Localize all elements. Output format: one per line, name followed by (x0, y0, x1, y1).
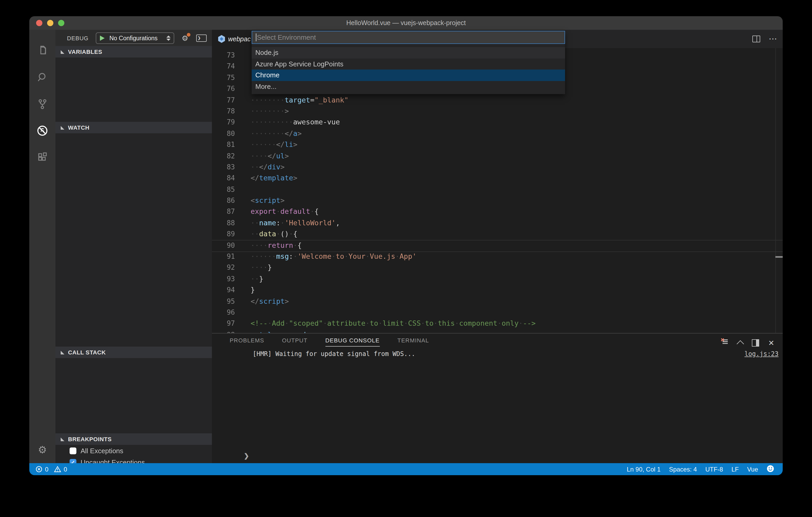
code-line[interactable]: 80········</a> (212, 128, 783, 139)
debug-icon[interactable] (29, 117, 55, 144)
source-control-icon[interactable] (29, 90, 55, 117)
panel-tab-terminal[interactable]: TERMINAL (397, 337, 429, 346)
problems-status[interactable]: 0 0 (36, 465, 67, 473)
line-number[interactable]: 93 (212, 273, 235, 285)
checkbox-unchecked-icon[interactable] (69, 447, 77, 454)
code-line[interactable]: 86<script> (212, 195, 783, 206)
line-number[interactable]: 73 (212, 50, 235, 61)
code-line[interactable]: 79··········awesome-vue (212, 117, 783, 128)
code-line[interactable]: 85 (212, 184, 783, 195)
code-line[interactable]: 94} (212, 284, 783, 296)
line-number[interactable]: 85 (212, 184, 235, 195)
feedback-smiley-icon[interactable] (766, 464, 774, 474)
split-panel-icon[interactable] (752, 339, 759, 346)
code-line[interactable]: 83··</div> (212, 161, 783, 173)
quickpick-item-azure-app-service-logpoints[interactable]: Azure App Service LogPoints (252, 58, 565, 69)
sidebar-section-breakpoints[interactable]: BREAKPOINTS (55, 433, 212, 445)
minimize-window-icon[interactable] (47, 20, 53, 26)
line-number[interactable]: 82 (212, 150, 235, 161)
code-line[interactable]: 93··} (212, 273, 783, 285)
toggle-debug-console-icon[interactable]: ❯ (196, 34, 206, 41)
code-line[interactable]: 97<!--·Add·"scoped"·attribute·to·limit·C… (212, 318, 783, 329)
split-editor-icon[interactable] (752, 35, 760, 42)
panel-tab-output[interactable]: OUTPUT (282, 337, 308, 346)
debug-console-output: [HMR] Waiting for update signal from WDS… (253, 350, 415, 358)
line-number[interactable]: 95 (212, 296, 235, 307)
code-line[interactable]: 88··name:·'HelloWorld', (212, 217, 783, 229)
code-line[interactable]: 92····} (212, 262, 783, 273)
line-number[interactable]: 88 (212, 217, 235, 229)
line-number[interactable]: 87 (212, 206, 235, 217)
extensions-icon[interactable] (29, 144, 55, 171)
debug-configuration-dropdown[interactable]: No Configurations (96, 32, 174, 44)
sidebar-section-watch[interactable]: WATCH (55, 122, 212, 133)
editor-tab-label: webpac (228, 35, 251, 42)
code-line[interactable]: 91······msg:·'Welcome·to·Your·Vue.js·App… (212, 251, 783, 262)
close-window-icon[interactable] (36, 20, 42, 26)
console-source-link[interactable]: log.js:23 (745, 350, 779, 358)
more-actions-icon[interactable]: ··· (769, 36, 778, 41)
start-debugging-icon[interactable] (100, 35, 105, 40)
line-number[interactable]: 74 (212, 61, 235, 72)
line-number[interactable]: 91 (212, 251, 235, 262)
quickpick-item-chrome[interactable]: Chrome (252, 69, 565, 81)
code-line[interactable]: 95</script> (212, 296, 783, 307)
breakpoint-row[interactable]: ✓Uncaught Exceptions (55, 456, 212, 463)
line-number[interactable]: 84 (212, 173, 235, 184)
configure-gear-icon[interactable]: ⚙ (181, 34, 188, 41)
status-bar-right: Ln 90, Col 1Spaces: 4UTF-8LFVue (627, 464, 774, 474)
title-bar[interactable]: HelloWorld.vue — vuejs-webpack-project (29, 16, 783, 30)
clear-console-icon[interactable] (721, 338, 729, 347)
search-icon[interactable] (29, 64, 55, 90)
maximize-panel-icon[interactable] (737, 340, 744, 347)
line-number[interactable]: 76 (212, 83, 235, 94)
code-line[interactable]: 89··data·()·{ (212, 229, 783, 240)
line-number[interactable]: 77 (212, 94, 235, 105)
sidebar-section-call-stack[interactable]: CALL STACK (55, 346, 212, 358)
panel-tab-debug-console[interactable]: DEBUG CONSOLE (325, 337, 380, 346)
console-input-prompt[interactable]: ❯ (244, 452, 249, 459)
line-number[interactable]: 83 (212, 161, 235, 173)
breakpoint-row[interactable]: All Exceptions (55, 445, 212, 456)
code-line[interactable]: 87export·default·{ (212, 206, 783, 217)
line-number[interactable]: 96 (212, 307, 235, 318)
code-line[interactable]: 77········target="_blank" (212, 94, 783, 105)
line-number[interactable]: 89 (212, 229, 235, 240)
warning-icon (54, 466, 61, 473)
quickpick-item-node-js[interactable]: Node.js (252, 47, 565, 58)
files-icon[interactable] (29, 37, 55, 64)
zoom-window-icon[interactable] (58, 20, 64, 26)
panel-tab-problems[interactable]: PROBLEMS (230, 337, 264, 346)
status-item[interactable]: Spaces: 4 (669, 465, 697, 473)
line-number[interactable]: 94 (212, 284, 235, 296)
line-number[interactable]: 97 (212, 318, 235, 329)
sidebar-section-variables[interactable]: VARIABLES (55, 46, 212, 58)
line-number[interactable]: 86 (212, 195, 235, 206)
twistie-icon (61, 351, 64, 354)
line-number[interactable]: 90 (212, 240, 235, 251)
status-item[interactable]: UTF-8 (705, 465, 723, 473)
line-number[interactable]: 81 (212, 139, 235, 150)
code-line[interactable]: 84</template> (212, 173, 783, 184)
vscode-window: HelloWorld.vue — vuejs-webpack-project ⚙… (29, 16, 783, 475)
close-panel-icon[interactable]: ✕ (768, 339, 774, 346)
line-number[interactable]: 92 (212, 262, 235, 273)
line-number[interactable]: 80 (212, 128, 235, 139)
code-line[interactable]: 78········> (212, 105, 783, 117)
status-item[interactable]: Ln 90, Col 1 (627, 465, 661, 473)
code-line[interactable]: 81······</li> (212, 139, 783, 150)
dropdown-arrows-icon (166, 35, 171, 40)
code-line[interactable]: 82····</ul> (212, 150, 783, 161)
checkbox-checked-icon[interactable]: ✓ (69, 459, 77, 463)
overview-ruler-cursor-marker (775, 256, 783, 258)
settings-gear-icon[interactable]: ⚙ (29, 444, 55, 456)
line-number[interactable]: 75 (212, 72, 235, 83)
line-number[interactable]: 78 (212, 105, 235, 117)
status-item[interactable]: Vue (747, 465, 758, 473)
line-number[interactable]: 79 (212, 117, 235, 128)
quickpick-item-more-[interactable]: More... (252, 81, 565, 92)
status-item[interactable]: LF (731, 465, 739, 473)
quickpick-input[interactable]: Select Environment (252, 31, 565, 44)
code-line[interactable]: 96 (212, 307, 783, 318)
code-line[interactable]: 90····return·{ (212, 240, 783, 251)
